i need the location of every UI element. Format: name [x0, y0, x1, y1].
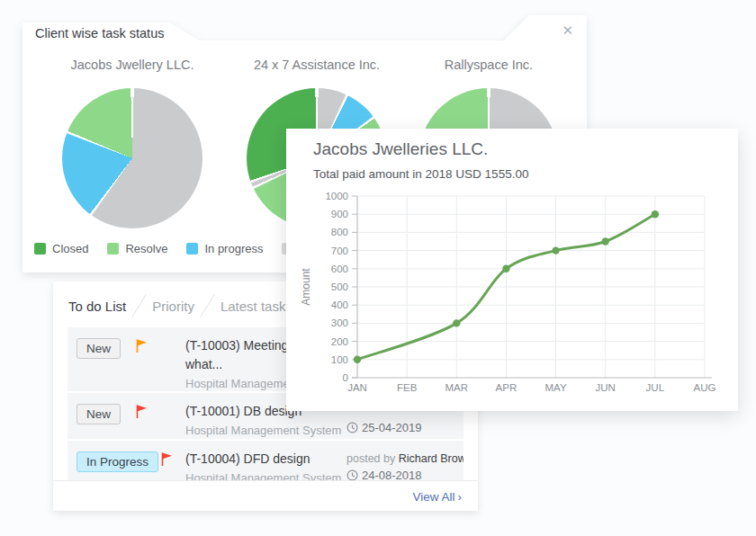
legend-swatch [34, 243, 46, 255]
posted-by-name: Richard Brown [399, 452, 464, 465]
pie-title: Rallyspace Inc. [408, 56, 570, 74]
view-all-link[interactable]: View All› [412, 490, 462, 504]
svg-text:APR: APR [496, 382, 518, 393]
pie-block: Jacobs Jwellery LLC. [51, 56, 213, 228]
status-badge: In Progress [76, 451, 158, 472]
posted-by: posted by Richard Brown [346, 451, 464, 467]
svg-text:200: 200 [331, 336, 348, 347]
close-icon[interactable]: ✕ [562, 22, 573, 39]
todo-tab[interactable]: Latest tasks [220, 299, 292, 314]
svg-text:500: 500 [331, 281, 348, 292]
view-all-label: View All [412, 490, 454, 504]
svg-text:JUL: JUL [646, 382, 665, 393]
tab-separator [200, 294, 215, 317]
task-date-text: 25-04-2019 [362, 421, 422, 434]
svg-text:JUN: JUN [596, 382, 616, 393]
status-badge: New [76, 338, 121, 359]
tab-separator [131, 294, 147, 317]
svg-text:MAR: MAR [445, 382, 468, 393]
svg-text:JAN: JAN [347, 382, 367, 393]
svg-text:600: 600 [331, 264, 348, 274]
svg-text:1000: 1000 [325, 191, 348, 201]
task-meta: posted by Richard Brown 24-08-2018 [346, 451, 464, 482]
status-badge: New [76, 404, 121, 424]
dashboard: Client wise task status ✕ Jacobs Jweller… [0, 0, 756, 536]
svg-text:0: 0 [343, 372, 348, 383]
legend-label: Closed [52, 242, 88, 255]
legend-label: Resolve [125, 242, 167, 255]
todo-tab[interactable]: To do List [68, 299, 126, 314]
svg-text:MAY: MAY [545, 382, 567, 393]
todo-footer: View All› [53, 480, 478, 511]
svg-text:400: 400 [331, 299, 348, 310]
line-chart: JANFEBMARAPRMAYJUNJULAUG0100200300400500… [286, 179, 738, 406]
flag-icon[interactable] [135, 338, 148, 353]
legend-item[interactable]: Resolve [107, 242, 167, 255]
legend-swatch [107, 243, 119, 255]
pie-chart [62, 88, 202, 228]
flag-icon[interactable] [135, 404, 148, 419]
legend-item[interactable]: In progress [186, 242, 263, 255]
pie-title: 24 x 7 Assistance Inc. [236, 56, 398, 74]
pie-title: Jacobs Jwellery LLC. [51, 56, 213, 74]
svg-text:Amount: Amount [300, 268, 312, 306]
svg-text:100: 100 [331, 354, 348, 365]
svg-text:AUG: AUG [694, 382, 716, 393]
chevron-right-icon: › [458, 490, 463, 504]
legend-swatch [186, 243, 198, 255]
line-chart-panel: Jacobs Jwelleries LLC. Total paid amount… [286, 129, 738, 411]
legend-label: In progress [204, 242, 263, 255]
chart-title: Jacobs Jwelleries LLC. [313, 139, 488, 159]
clock-icon [346, 422, 358, 433]
svg-text:900: 900 [331, 209, 348, 219]
task-date: 25-04-2019 [346, 421, 422, 434]
todo-tab[interactable]: Priority [152, 299, 194, 314]
svg-text:FEB: FEB [397, 382, 418, 393]
svg-text:800: 800 [331, 227, 348, 237]
svg-text:300: 300 [331, 317, 348, 328]
todo-row[interactable]: In Progress (T-10004) DFD design Hospita… [68, 441, 464, 482]
legend-item[interactable]: Closed [34, 242, 88, 255]
svg-text:700: 700 [331, 246, 348, 256]
panel-title: Client wise task status [35, 26, 164, 40]
posted-by-label: posted by [346, 452, 399, 465]
flag-icon[interactable] [160, 451, 174, 467]
